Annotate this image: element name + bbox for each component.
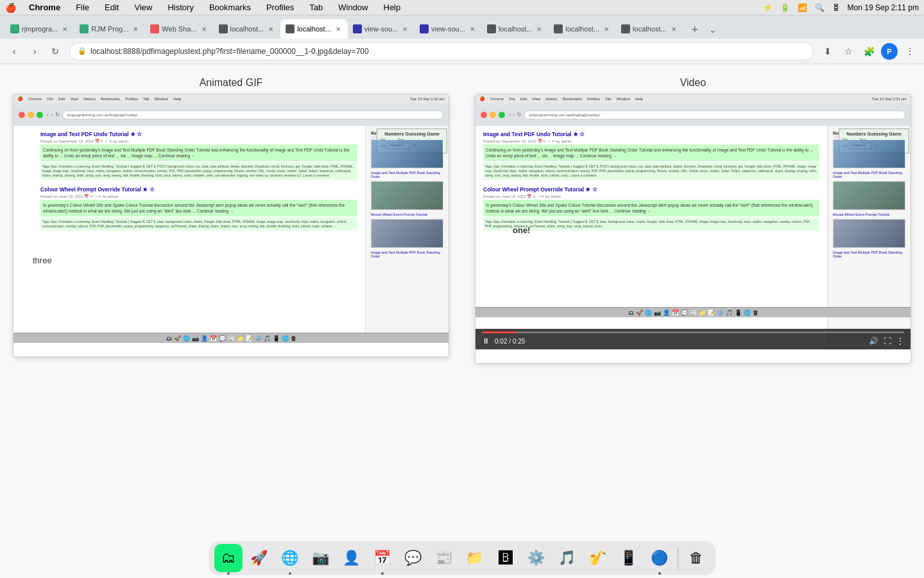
tab-10[interactable]: localhost... ✕ <box>616 19 683 39</box>
menu-edit[interactable]: Edit <box>102 3 121 12</box>
tab-2[interactable]: RJM Prog... ✕ <box>74 19 145 39</box>
mini-tl-green-v <box>499 112 505 118</box>
tab-8-close[interactable]: ✕ <box>535 24 543 33</box>
tab-4-close[interactable]: ✕ <box>266 24 275 33</box>
new-tab-button[interactable]: + <box>686 21 704 39</box>
tab-8-label: localhost... <box>499 25 533 33</box>
download-button[interactable]: ⬇ <box>819 42 837 60</box>
dock-chrome[interactable]: 🌐 <box>276 544 304 572</box>
video-pause-button[interactable]: ⏸ <box>482 337 490 346</box>
video-volume-button[interactable]: 🔊 <box>869 337 878 346</box>
dock-chromium[interactable]: 🔵 <box>646 544 674 572</box>
mini-address-video: rjmprogramming.com.au/blog/tag/overlay/ <box>524 110 905 119</box>
sidebar-thumb-v3 <box>833 219 905 248</box>
animated-gif-title: Animated GIF <box>200 77 263 89</box>
menu-bookmarks[interactable]: Bookmarks <box>207 3 253 12</box>
menu-bar-right: ⚡ 🔋 📶 🔍 🎛 Mon 19 Sep 2:11 pm <box>763 3 919 12</box>
post1-meta-video: Posted on September 13, 2022 📅 ✏ ☆ ✏ by … <box>483 139 819 143</box>
dock-itunes[interactable]: 🎷 <box>584 544 612 572</box>
dock-trash[interactable]: 🗑 <box>682 544 710 572</box>
menu-history[interactable]: History <box>165 3 196 12</box>
tab-1[interactable]: rjmprogra... ✕ <box>5 19 74 39</box>
wifi-icon: 📶 <box>798 3 807 12</box>
menu-tab[interactable]: Tab <box>307 3 325 12</box>
sidebar-thumb-2 <box>371 181 443 210</box>
menu-window[interactable]: Window <box>336 3 370 12</box>
mini-address-gif: rjmprogramming.com.au/blog/tag/overlay/ <box>62 110 443 119</box>
tab-overflow-button[interactable]: ⌄ <box>704 21 722 39</box>
menu-view[interactable]: View <box>132 3 155 12</box>
mini-traffic-lights <box>19 112 43 118</box>
reload-button[interactable]: ↻ <box>46 42 64 60</box>
video-screenshot: 🍎 ChromeFileEditViewHistoryBookmarksProf… <box>475 94 911 363</box>
profile-avatar: P <box>881 43 898 60</box>
tab-7[interactable]: view-sou... ✕ <box>415 19 482 39</box>
tab-8[interactable]: localhost... ✕ <box>482 19 549 39</box>
tab-10-close[interactable]: ✕ <box>669 24 678 33</box>
tab-5-favicon <box>286 24 295 33</box>
bookmark-button[interactable]: ☆ <box>839 42 857 60</box>
tab-6-label: view-sou... <box>364 25 398 33</box>
dock-separator <box>678 547 678 570</box>
menu-file[interactable]: File <box>73 3 92 12</box>
tab-2-close[interactable]: ✕ <box>131 24 140 33</box>
dock-launchpad[interactable]: 🚀 <box>245 544 273 572</box>
extensions-button[interactable]: 🧩 <box>860 42 878 60</box>
tab-2-label: RJM Prog... <box>91 25 128 33</box>
mini-traffic-lights-video <box>481 112 505 118</box>
address-bar[interactable]: 🔒 localhost:8888/pdfimageplustext.php?fi… <box>69 42 814 60</box>
controls-icon[interactable]: 🎛 <box>832 3 840 12</box>
dock-settings[interactable]: ⚙️ <box>522 544 551 572</box>
mini-back: ‹ <box>47 112 49 118</box>
post2-tags-video: Tags: Ajax, Animation, e-Learning, Event… <box>483 218 819 231</box>
tab-4-favicon <box>219 24 228 33</box>
screenshot-content-gif: Numbers Guessing Game Get Your clue Answ… <box>13 126 449 343</box>
search-icon[interactable]: 🔍 <box>815 3 825 12</box>
tab-4[interactable]: localhost... ✕ <box>214 19 281 39</box>
video-progress-container[interactable] <box>482 331 904 333</box>
dock-music[interactable]: 🎵 <box>553 544 581 572</box>
post1-excerpt-gif: Continuing on from yesterday's Image and… <box>40 144 357 161</box>
dock-calendar[interactable]: 📅 <box>368 544 397 572</box>
tab-7-close[interactable]: ✕ <box>468 24 477 33</box>
menu-chrome[interactable]: Chrome <box>26 3 63 12</box>
post2-meta-gif: Posted on June 19, 2022 📅 ✏ ☆ ✏ by admin <box>40 194 357 198</box>
tab-3-close[interactable]: ✕ <box>200 24 209 33</box>
video-fullscreen-button[interactable]: ⛶ <box>884 337 891 346</box>
video-more-button[interactable]: ⋮ <box>896 337 904 346</box>
sidebar-thumb-1 <box>371 139 443 168</box>
menu-help[interactable]: Help <box>381 3 404 12</box>
profile-button[interactable]: P <box>880 42 898 60</box>
dock-messages[interactable]: 💬 <box>399 544 427 572</box>
back-button[interactable]: ‹ <box>5 42 23 60</box>
tab-1-close[interactable]: ✕ <box>60 24 69 33</box>
menu-profiles[interactable]: Profiles <box>264 3 296 12</box>
tab-5[interactable]: localhost... ✕ <box>280 19 348 39</box>
menu-button[interactable]: ⋮ <box>901 42 919 60</box>
tab-6-close[interactable]: ✕ <box>400 24 409 33</box>
sidebar-thumb-v1 <box>833 139 905 168</box>
dock-inner: 🗂 🚀 🌐 📷 👤 📅 💬 📰 📁 🅱 <box>209 541 716 575</box>
apple-menu[interactable]: 🍎 <box>5 3 16 13</box>
dock-finder[interactable]: 🗂 <box>214 544 243 572</box>
mini-forward: › <box>51 112 53 118</box>
tab-9[interactable]: localhost... ✕ <box>549 19 616 39</box>
tab-5-close[interactable]: ✕ <box>334 24 343 33</box>
post2-meta-video: Posted on June 19, 2022 📅 ✏ ☆ ✏ by admin <box>483 194 819 198</box>
mini-menubar-video: 🍎 ChromeFileEditViewHistoryBookmarksProf… <box>475 94 911 103</box>
dock-simulator[interactable]: 📱 <box>615 544 643 572</box>
tab-9-close[interactable]: ✕ <box>602 24 611 33</box>
dock-contacts[interactable]: 👤 <box>338 544 366 572</box>
tab-3[interactable]: Web Sha... ✕ <box>145 19 213 39</box>
post2-tags-gif: Tags: Ajax, Animation, e-Learning, Event… <box>40 218 357 231</box>
mini-reload-v: ↻ <box>517 112 522 118</box>
tab-1-label: rjmprogra... <box>22 25 58 33</box>
dock-photos[interactable]: 📷 <box>307 544 335 572</box>
dock-bbedit[interactable]: 🅱 <box>492 544 520 572</box>
tab-6[interactable]: view-sou... ✕ <box>348 19 415 39</box>
forward-button[interactable]: › <box>26 42 44 60</box>
dock-news[interactable]: 📰 <box>430 544 458 572</box>
video-total-time: 0:25 <box>513 338 525 345</box>
dock-filezilla[interactable]: 📁 <box>461 544 489 572</box>
video-title: Video <box>680 77 706 89</box>
